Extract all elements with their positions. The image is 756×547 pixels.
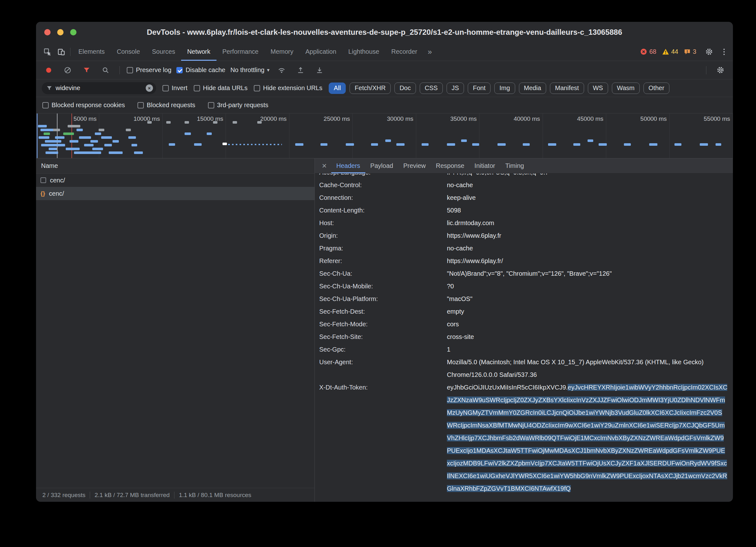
name-column-header[interactable]: Name bbox=[36, 158, 314, 173]
header-value[interactable]: no-cache bbox=[447, 242, 733, 254]
checkbox-box[interactable] bbox=[137, 102, 144, 108]
tab-elements[interactable]: Elements bbox=[72, 43, 111, 61]
waterfall-bar bbox=[66, 148, 80, 150]
errors-badge[interactable]: 68 bbox=[640, 48, 656, 55]
tab-sources[interactable]: Sources bbox=[146, 43, 181, 61]
details-tab-initiator[interactable]: Initiator bbox=[469, 158, 500, 173]
filter-type-font[interactable]: Font bbox=[468, 82, 491, 94]
header-row: Origin:https://www.6play.fr bbox=[319, 229, 733, 242]
header-value[interactable]: empty bbox=[447, 305, 733, 318]
header-value[interactable]: ?0 bbox=[447, 280, 733, 293]
throttling-dropdown[interactable]: No throttling ▾ bbox=[230, 66, 270, 74]
tab-console[interactable]: Console bbox=[111, 43, 146, 61]
network-overview-waterfall[interactable]: 5000 ms10000 ms15000 ms20000 ms25000 ms3… bbox=[36, 113, 733, 158]
details-tab-preview[interactable]: Preview bbox=[398, 158, 431, 173]
import-har-icon[interactable] bbox=[294, 66, 308, 74]
blocked-response-cookies-checkbox[interactable]: Blocked response cookies bbox=[42, 101, 125, 109]
filter-type-js[interactable]: JS bbox=[447, 82, 464, 94]
filter-type-fetch-xhr[interactable]: Fetch/XHR bbox=[350, 82, 391, 94]
header-value[interactable]: fr-FR,fr;q=0.9,en-US;q=0.8,en;q=0.7 bbox=[447, 173, 733, 179]
filter-type-manifest[interactable]: Manifest bbox=[550, 82, 584, 94]
header-value[interactable]: "Not/A)Brand";v="8", "Chromium";v="126",… bbox=[447, 267, 733, 280]
issues-badge[interactable]: 3 bbox=[684, 48, 696, 55]
kebab-menu-icon[interactable] bbox=[722, 49, 727, 55]
timeline-label: 15000 ms bbox=[197, 115, 223, 122]
details-tab-payload[interactable]: Payload bbox=[365, 158, 398, 173]
checkbox-box[interactable] bbox=[208, 102, 214, 108]
warnings-badge[interactable]: 44 bbox=[662, 48, 678, 55]
header-value[interactable]: no-cache bbox=[447, 179, 733, 191]
header-value[interactable]: cors bbox=[447, 318, 733, 331]
settings-gear-icon[interactable] bbox=[702, 48, 716, 56]
header-value[interactable]: Mozilla/5.0 (Macintosh; Intel Mac OS X 1… bbox=[447, 356, 733, 381]
search-icon[interactable] bbox=[99, 66, 113, 74]
header-value[interactable]: "macOS" bbox=[447, 293, 733, 305]
filter-type-img[interactable]: Img bbox=[494, 82, 515, 94]
checkbox-box[interactable] bbox=[127, 67, 133, 73]
checkbox-box-checked[interactable] bbox=[176, 67, 183, 73]
clear-filter-icon[interactable]: × bbox=[146, 84, 153, 92]
request-details-panel: × HeadersPayloadPreviewResponseInitiator… bbox=[315, 158, 733, 502]
details-tab-response[interactable]: Response bbox=[431, 158, 469, 173]
filter-query[interactable]: widevine bbox=[56, 84, 143, 92]
3rd-party-requests-checkbox[interactable]: 3rd-party requests bbox=[208, 101, 268, 109]
waterfall-bar bbox=[472, 143, 479, 146]
filter-icon[interactable] bbox=[80, 66, 94, 74]
header-row: X-Dt-Auth-Token:eyJhbGciOiJIUzUxMiIsInR5… bbox=[319, 381, 733, 495]
record-icon[interactable] bbox=[42, 67, 56, 73]
filter-type-doc[interactable]: Doc bbox=[394, 82, 416, 94]
close-window-button[interactable] bbox=[44, 29, 51, 35]
checkbox-box[interactable] bbox=[42, 102, 49, 108]
details-tabs: HeadersPayloadPreviewResponseInitiatorTi… bbox=[331, 158, 529, 173]
tab-recorder[interactable]: Recorder bbox=[385, 43, 423, 61]
invert-checkbox[interactable]: Invert bbox=[162, 84, 187, 92]
selected-request-marker bbox=[223, 143, 227, 145]
clear-icon[interactable] bbox=[61, 66, 75, 74]
tab-lighthouse[interactable]: Lighthouse bbox=[342, 43, 385, 61]
close-icon[interactable]: × bbox=[317, 158, 331, 173]
checkbox-box[interactable] bbox=[254, 85, 260, 91]
checkbox-box[interactable] bbox=[162, 85, 169, 91]
tab-application[interactable]: Application bbox=[299, 43, 342, 61]
preserve-log-checkbox[interactable]: Preserve log bbox=[127, 66, 171, 74]
device-toolbar-icon[interactable] bbox=[54, 43, 68, 61]
filter-type-ws[interactable]: WS bbox=[588, 82, 608, 94]
header-value[interactable]: keep-alive bbox=[447, 191, 733, 204]
filter-type-all[interactable]: All bbox=[329, 82, 346, 94]
tab-network[interactable]: Network bbox=[181, 43, 216, 61]
filter-type-css[interactable]: CSS bbox=[420, 82, 443, 94]
header-value[interactable]: 5098 bbox=[447, 204, 733, 216]
hide-extension-urls-checkbox[interactable]: Hide extension URLs bbox=[254, 84, 322, 92]
minimize-window-button[interactable] bbox=[57, 29, 64, 35]
disable-cache-checkbox[interactable]: Disable cache bbox=[176, 66, 225, 74]
header-value[interactable]: https://www.6play.fr bbox=[447, 229, 733, 242]
tab-performance[interactable]: Performance bbox=[216, 43, 265, 61]
inspect-icon[interactable] bbox=[40, 43, 54, 61]
header-value[interactable]: eyJhbGciOiJIUzUxMiIsInR5cCI6IkpXVCJ9.eyJ… bbox=[447, 381, 733, 495]
filter-type-wasm[interactable]: Wasm bbox=[612, 82, 640, 94]
network-settings-gear-icon[interactable] bbox=[713, 66, 727, 74]
header-value[interactable]: https://www.6play.fr/ bbox=[447, 254, 733, 267]
header-row: Sec-Gpc:1 bbox=[319, 343, 733, 356]
filter-input[interactable]: widevine × bbox=[42, 82, 156, 94]
waterfall-bar bbox=[169, 143, 175, 146]
checkbox-box[interactable] bbox=[194, 85, 200, 91]
zoom-window-button[interactable] bbox=[70, 29, 76, 35]
export-har-icon[interactable] bbox=[313, 66, 326, 74]
panel-tabs: ElementsConsoleSourcesNetworkPerformance… bbox=[72, 43, 423, 61]
blocked-requests-checkbox[interactable]: Blocked requests bbox=[137, 101, 195, 109]
header-value[interactable]: lic.drmtoday.com bbox=[447, 216, 733, 229]
filter-type-media[interactable]: Media bbox=[519, 82, 546, 94]
details-tab-timing[interactable]: Timing bbox=[500, 158, 529, 173]
tab-memory[interactable]: Memory bbox=[265, 43, 299, 61]
request-row[interactable]: cenc/ bbox=[36, 173, 314, 187]
requests-list: cenc/{}cenc/ bbox=[36, 173, 314, 200]
filter-type-other[interactable]: Other bbox=[643, 82, 669, 94]
request-row[interactable]: {}cenc/ bbox=[36, 187, 314, 200]
header-value[interactable]: 1 bbox=[447, 343, 733, 356]
network-conditions-icon[interactable] bbox=[275, 66, 289, 74]
more-tabs-button[interactable]: » bbox=[423, 43, 436, 61]
header-value[interactable]: cross-site bbox=[447, 331, 733, 343]
details-tab-headers[interactable]: Headers bbox=[331, 158, 365, 173]
hide-data-urls-checkbox[interactable]: Hide data URLs bbox=[194, 84, 247, 92]
